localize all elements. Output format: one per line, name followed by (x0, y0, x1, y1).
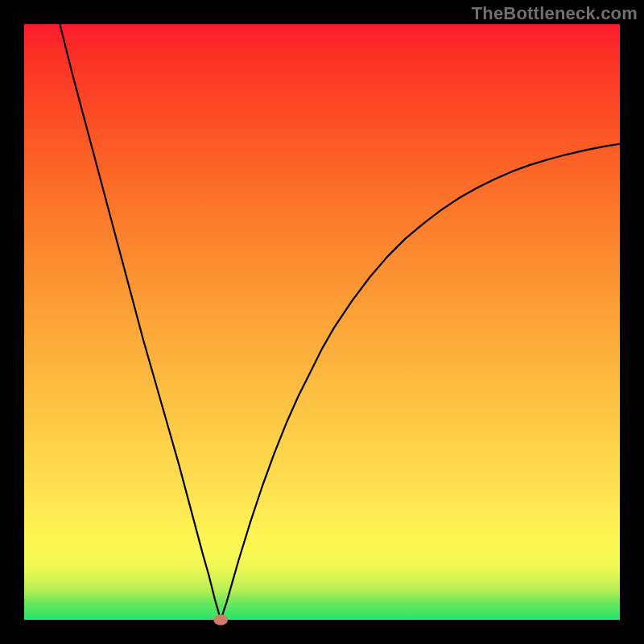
watermark-text: TheBottleneck.com (472, 3, 638, 24)
plot-area (24, 24, 620, 620)
curve-layer (24, 24, 620, 620)
bottleneck-curve (60, 24, 620, 620)
minimum-marker (213, 614, 228, 625)
chart-frame: TheBottleneck.com (0, 0, 644, 644)
